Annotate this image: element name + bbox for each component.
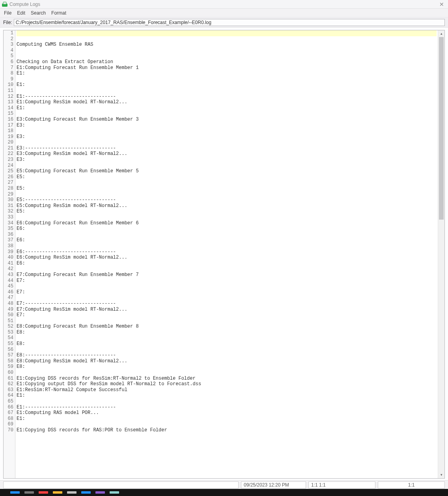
code-line[interactable]: E1:Copying DSS records for RAS:POR to En… bbox=[17, 427, 437, 433]
code-line[interactable]: E1:Copying DSS records for ResSim:RT-Nor… bbox=[17, 376, 437, 382]
code-line[interactable]: E1: bbox=[17, 105, 437, 111]
code-line[interactable]: Computing CWMS Ensemble RAS bbox=[17, 42, 437, 48]
scroll-down-icon[interactable]: ▾ bbox=[438, 472, 444, 478]
code-line[interactable]: E1: bbox=[17, 71, 437, 76]
status-position-a: 1:1 1:1 bbox=[308, 481, 375, 489]
scroll-track[interactable] bbox=[438, 37, 444, 472]
code-line[interactable] bbox=[17, 111, 437, 117]
line-number: 66 bbox=[4, 405, 13, 410]
code-line[interactable]: E3:Computing ResSim model RT-Normal2... bbox=[17, 151, 437, 157]
line-number: 2 bbox=[4, 36, 13, 42]
code-line[interactable]: E1:Computing Forecast Run Ensemble Membe… bbox=[17, 65, 437, 71]
code-line[interactable] bbox=[17, 163, 437, 169]
code-line[interactable] bbox=[17, 335, 437, 341]
code-line[interactable] bbox=[17, 283, 437, 289]
menu-format[interactable]: Format bbox=[50, 9, 68, 17]
code-line[interactable] bbox=[17, 53, 437, 59]
menu-file[interactable]: File bbox=[2, 9, 13, 17]
code-line[interactable]: E6:Computing Forecast Run Ensemble Membe… bbox=[17, 220, 437, 226]
code-line[interactable] bbox=[17, 48, 437, 54]
taskbar-app-icon[interactable] bbox=[53, 491, 62, 494]
code-line[interactable]: E7: bbox=[17, 312, 437, 318]
line-number: 70 bbox=[4, 427, 13, 433]
code-line[interactable] bbox=[17, 370, 437, 376]
code-line[interactable] bbox=[17, 232, 437, 238]
code-line[interactable] bbox=[17, 295, 437, 301]
taskbar-app-icon[interactable] bbox=[95, 491, 105, 494]
taskbar-app-icon[interactable] bbox=[39, 491, 48, 494]
code-line[interactable]: E5: bbox=[17, 209, 437, 214]
code-line[interactable] bbox=[17, 128, 437, 134]
code-line[interactable]: E8: bbox=[17, 330, 437, 336]
code-line[interactable]: E3: bbox=[17, 157, 437, 163]
code-line[interactable]: E6: bbox=[17, 237, 437, 243]
taskbar-app-icon[interactable] bbox=[81, 491, 91, 494]
code-line[interactable]: E5:-------------------------------- bbox=[17, 197, 437, 203]
menu-edit[interactable]: Edit bbox=[15, 9, 27, 17]
code-line[interactable] bbox=[17, 266, 437, 272]
titlebar: Compute Logs ✕ bbox=[0, 0, 448, 9]
code-line[interactable] bbox=[17, 192, 437, 198]
code-line[interactable]: E8:-------------------------------- bbox=[17, 352, 437, 358]
code-line[interactable]: E3:Computing Forecast Run Ensemble Membe… bbox=[17, 117, 437, 123]
taskbar-app-icon[interactable] bbox=[67, 491, 77, 494]
code-line[interactable]: E3: bbox=[17, 123, 437, 129]
menu-search[interactable]: Search bbox=[29, 9, 47, 17]
code-area[interactable]: Computing CWMS Ensemble RASChecking on D… bbox=[15, 30, 438, 478]
file-path-input[interactable] bbox=[14, 19, 445, 26]
code-line[interactable]: Checking on Data Extract Operation bbox=[17, 59, 437, 65]
code-line[interactable]: E1:Computing ResSim model RT-Normal2... bbox=[17, 99, 437, 105]
code-line[interactable] bbox=[17, 88, 437, 94]
code-line[interactable] bbox=[17, 30, 437, 36]
code-line[interactable]: E1: bbox=[17, 393, 437, 399]
code-line[interactable]: E8: bbox=[17, 364, 437, 370]
line-number: 19 bbox=[4, 134, 13, 140]
code-line[interactable] bbox=[17, 140, 437, 145]
code-line[interactable] bbox=[17, 214, 437, 220]
code-line[interactable]: E6:Computing ResSim model RT-Normal2... bbox=[17, 255, 437, 261]
line-number: 9 bbox=[4, 76, 13, 82]
code-line[interactable]: E1:-------------------------------- bbox=[17, 94, 437, 100]
code-line[interactable]: E8:Computing Forecast Run Ensemble Membe… bbox=[17, 324, 437, 330]
close-icon[interactable]: ✕ bbox=[437, 1, 446, 7]
scroll-thumb[interactable] bbox=[439, 37, 444, 220]
code-line[interactable]: E7:Computing Forecast Run Ensemble Membe… bbox=[17, 272, 437, 278]
code-line[interactable]: E5: bbox=[17, 186, 437, 192]
taskbar-app-icon[interactable] bbox=[110, 491, 119, 494]
code-line[interactable]: E6: bbox=[17, 226, 437, 232]
code-line[interactable]: E5:Computing Forecast Run Ensemble Membe… bbox=[17, 168, 437, 174]
code-line[interactable]: E8: bbox=[17, 341, 437, 347]
code-line[interactable]: E7: bbox=[17, 289, 437, 295]
code-line[interactable]: E1:Copying output DSS for ResSim model R… bbox=[17, 381, 437, 387]
code-line[interactable]: E8:Computing ResSim model RT-Normal2... bbox=[17, 358, 437, 364]
code-line[interactable] bbox=[17, 180, 437, 186]
taskbar-app-icon[interactable] bbox=[24, 491, 34, 494]
code-line[interactable]: E6:-------------------------------- bbox=[17, 249, 437, 255]
code-line[interactable]: E1:-------------------------------- bbox=[17, 405, 437, 410]
code-line[interactable]: E7: bbox=[17, 278, 437, 284]
code-line[interactable]: E7:Computing ResSim model RT-Normal2... bbox=[17, 307, 437, 313]
code-line[interactable] bbox=[17, 399, 437, 405]
code-line[interactable] bbox=[17, 421, 437, 427]
code-line[interactable] bbox=[17, 243, 437, 249]
taskbar-app-icon[interactable] bbox=[10, 491, 20, 494]
code-line[interactable] bbox=[17, 36, 437, 42]
code-line[interactable] bbox=[17, 76, 437, 82]
code-line[interactable]: E3: bbox=[17, 134, 437, 140]
code-line[interactable]: E7:-------------------------------- bbox=[17, 301, 437, 307]
scroll-up-icon[interactable]: ▴ bbox=[438, 30, 444, 37]
line-number: 11 bbox=[4, 88, 13, 94]
line-number: 26 bbox=[4, 174, 13, 180]
code-line[interactable]: E3:-------------------------------- bbox=[17, 145, 437, 151]
code-line[interactable]: E6: bbox=[17, 261, 437, 267]
line-number: 29 bbox=[4, 192, 13, 198]
code-line[interactable]: E1: bbox=[17, 416, 437, 422]
code-line[interactable]: E1:ResSim:RT-Normal2 Compute Successful bbox=[17, 387, 437, 393]
code-line[interactable]: E5:Computing ResSim model RT-Normal2... bbox=[17, 203, 437, 209]
code-line[interactable] bbox=[17, 318, 437, 324]
code-line[interactable]: E5: bbox=[17, 174, 437, 180]
code-line[interactable]: E1:Computing RAS model POR... bbox=[17, 410, 437, 416]
code-line[interactable]: E1: bbox=[17, 82, 437, 88]
code-line[interactable] bbox=[17, 347, 437, 353]
vertical-scrollbar[interactable]: ▴ ▾ bbox=[438, 30, 444, 478]
